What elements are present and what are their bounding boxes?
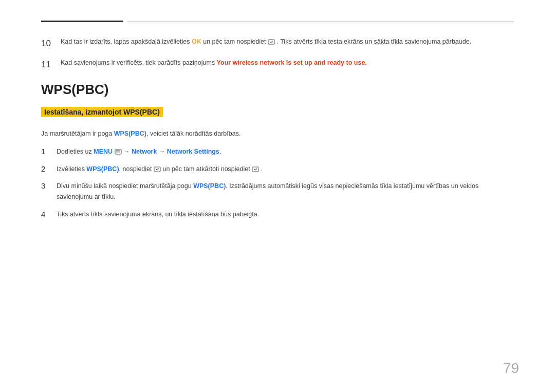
step-4-number: 4 — [41, 209, 57, 218]
step-1-content: Dodieties uz MENU → Network → Network Se… — [57, 146, 514, 157]
network-label: Network — [132, 148, 157, 155]
step-4: 4 Tiks atvērts tīkla savienojuma ekrāns,… — [41, 209, 514, 220]
section-11-content: Kad savienojums ir verificēts, tiek parā… — [61, 58, 514, 71]
enter-icon-3 — [252, 166, 259, 172]
wps-subtitle: Iestatīšana, izmantojot WPS(PBC) — [41, 107, 163, 117]
step-2-number: 2 — [41, 164, 57, 173]
menu-icon — [115, 149, 122, 155]
ok-label: OK — [192, 38, 201, 45]
page-container: 10 Kad tas ir izdarīts, lapas apakšdaļā … — [0, 0, 555, 392]
wps-pbc-step3-label: WPS(PBC) — [193, 182, 226, 190]
section-10: 10 Kad tas ir izdarīts, lapas apakšdaļā … — [41, 36, 514, 50]
step-2-content: Izvēlieties WPS(PBC), nospiediet un pēc … — [57, 164, 514, 175]
section-11: 11 Kad savienojums ir verificēts, tiek p… — [41, 58, 514, 71]
enter-icon-2 — [154, 166, 161, 172]
step-1-number: 1 — [41, 146, 57, 156]
rule-light — [127, 21, 514, 22]
wps-title: WPS(PBC) — [41, 82, 514, 98]
section-10-number: 10 — [41, 36, 61, 50]
rule-dark — [41, 21, 123, 22]
wps-subtitle-container: Iestatīšana, izmantojot WPS(PBC) — [41, 107, 514, 122]
enter-icon-1 — [268, 39, 275, 45]
step-2: 2 Izvēlieties WPS(PBC), nospiediet un pē… — [41, 164, 514, 175]
step-3-content: Divu minūšu laikā nospiediet maršrutētāj… — [57, 181, 514, 202]
page-number: 79 — [503, 360, 519, 377]
wps-steps-list: 1 Dodieties uz MENU → Network → Network … — [41, 146, 514, 219]
step-1: 1 Dodieties uz MENU → Network → Network … — [41, 146, 514, 157]
wps-pbc-step2-label: WPS(PBC) — [86, 165, 119, 173]
wireless-network-msg: Your wireless network is set up and read… — [217, 59, 367, 66]
wps-intro: Ja maršrutētājam ir poga WPS(PBC), veici… — [41, 128, 514, 139]
top-rule — [41, 21, 514, 22]
menu-label: MENU — [94, 148, 113, 155]
section-10-content: Kad tas ir izdarīts, lapas apakšdaļā izv… — [61, 36, 514, 50]
section-11-number: 11 — [41, 58, 61, 71]
network-settings-label: Network Settings — [167, 148, 219, 155]
wps-pbc-intro-label: WPS(PBC) — [114, 130, 146, 137]
step-3: 3 Divu minūšu laikā nospiediet maršrutēt… — [41, 181, 514, 202]
step-4-content: Tiks atvērts tīkla savienojuma ekrāns, u… — [57, 209, 514, 220]
step-3-number: 3 — [41, 181, 57, 190]
